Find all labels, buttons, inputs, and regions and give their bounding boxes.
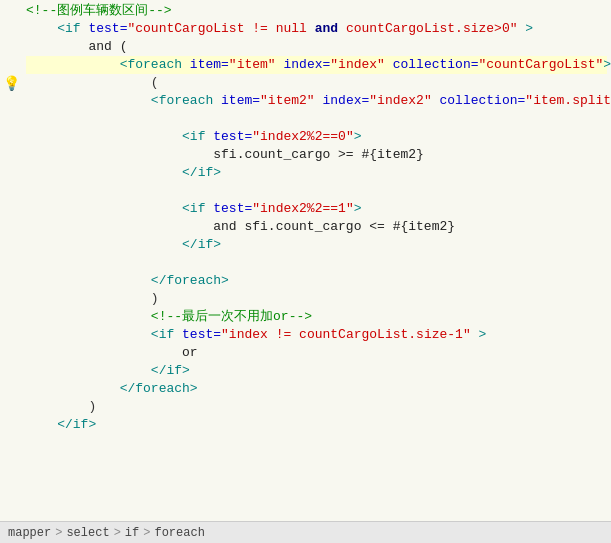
if2-tag: <if [182,200,213,218]
attr-value-2: countCargoList.size>0" [338,20,517,38]
tag-open: <if [57,20,88,38]
code-line-8: <if test= "index2%2==0" > [26,128,607,146]
indent [26,236,182,254]
code-line-empty1 [26,110,607,128]
or-keyword: or [182,344,198,362]
indent [26,416,57,434]
code-line-21: </if> [26,362,607,380]
attr-test: test= [88,20,127,38]
if-tag-end: > [354,128,362,146]
indent [26,164,182,182]
if3-end: > [471,326,487,344]
breadcrumb-mapper: mapper [8,526,51,540]
indent [26,20,57,38]
code-line-14: </if> [26,236,607,254]
attr-collection: collection= [385,56,479,74]
code-line-17: ) [26,290,607,308]
code-line-16: </foreach> [26,272,607,290]
code-line-13: and sfi.count_cargo <= #{item2} [26,218,607,236]
attr-item-val: "item" [229,56,276,74]
breadcrumb-select: select [66,526,109,540]
gutter-line [0,20,22,38]
gutter-line [0,110,22,128]
indent [26,128,182,146]
editor-container: 💡 <!--图例车辆数区间--> [0,0,611,543]
if-close: </if> [182,164,221,182]
gutter-line [0,236,22,254]
code-line-19: <if test= "index != countCargoList.size-… [26,326,607,344]
attr-collection2: collection= [432,92,526,110]
if2-tag-end: > [354,200,362,218]
gutter-line [0,56,22,74]
gutter-line [0,272,22,290]
code-line-12: <if test= "index2%2==1" > [26,200,607,218]
foreach-outer-close: </foreach> [120,380,198,398]
tag-close: > [518,20,534,38]
code-line-empty2 [26,182,607,200]
indent [26,308,151,326]
gutter-line [0,290,22,308]
foreach2-close: </foreach> [151,272,229,290]
bulb-icon: 💡 [0,74,22,92]
gutter-line [0,200,22,218]
breadcrumb-foreach: foreach [154,526,204,540]
code-line-3: and ( [26,38,607,56]
code-line-20: or [26,344,607,362]
indent [26,362,151,380]
code-line-22: </foreach> [26,380,607,398]
code-line-4: <foreach item= "item" index= "index" col… [26,56,607,74]
outer-close-paren: ) [88,398,96,416]
attr-index2-val: "index2" [369,92,431,110]
indent [26,380,120,398]
code-line-10: </if> [26,164,607,182]
if-outer-close: </if> [57,416,96,434]
open-paren: ( [151,74,159,92]
gutter-line [0,218,22,236]
gutter-line [0,128,22,146]
gutter-line [0,92,22,110]
indent [26,92,151,110]
code-line-23: ) [26,398,607,416]
indent [26,200,182,218]
gutter-line [0,398,22,416]
code-line-1: <!--图例车辆数区间--> [26,2,607,20]
breadcrumb-sep-2: > [114,526,121,540]
keyword-and: and [315,20,338,38]
if3-close: </if> [151,362,190,380]
breadcrumb-bar: mapper > select > if > foreach [0,521,611,543]
gutter-line [0,416,22,434]
indent [26,398,88,416]
attr-index2: index= [315,92,370,110]
indent [26,218,213,236]
code-content[interactable]: <!--图例车辆数区间--> <if test= "countCargoList… [22,0,611,521]
gutter-line [0,380,22,398]
gutter-line [0,146,22,164]
gutter-line [0,362,22,380]
breadcrumb-sep-3: > [143,526,150,540]
attr-item2-val: "item2" [260,92,315,110]
if3-tag: <if [151,326,182,344]
code-area: 💡 <!--图例车辆数区间--> [0,0,611,521]
gutter-line [0,344,22,362]
if2-close: </if> [182,236,221,254]
code-line-18: <!--最后一次不用加or--> [26,308,607,326]
gutter-line [0,38,22,56]
attr-test3-val: "index2%2==1" [252,200,353,218]
attr-value: "countCargoList != null [127,20,314,38]
foreach-tag: <foreach [120,56,190,74]
attr-index-val: "index" [330,56,385,74]
code-line-2: <if test= "countCargoList != null and co… [26,20,607,38]
gutter-line [0,182,22,200]
attr-index: index= [276,56,331,74]
breadcrumb-sep-1: > [55,526,62,540]
indent [26,272,151,290]
code-line-6: <foreach item= "item2" index= "index2" c… [26,92,607,110]
indent [26,56,120,74]
comment-last: <!--最后一次不用加or--> [151,308,312,326]
breadcrumb-if: if [125,526,139,540]
tag-end: > [603,56,611,74]
gutter-line [0,164,22,182]
gutter-line [0,326,22,344]
if-tag: <if [182,128,213,146]
attr-test4-val: "index != countCargoList.size-1" [221,326,471,344]
